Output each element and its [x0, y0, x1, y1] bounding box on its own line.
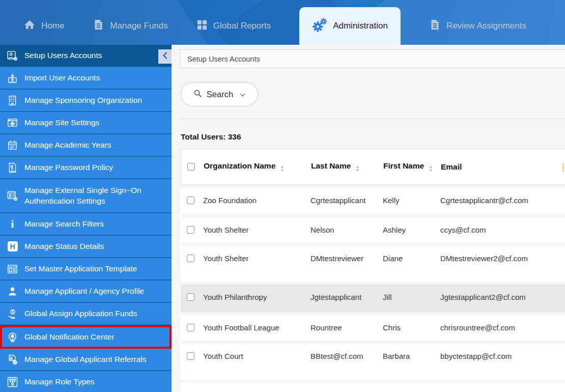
sidebar-item-set-master-application-template[interactable]: Set Master Application Template	[0, 258, 172, 281]
row-checkbox[interactable]	[187, 352, 194, 360]
sidebar-item-manage-password-policy[interactable]: Manage Password Policy	[0, 157, 172, 179]
sidebar-item-label: Manage External Single Sign~On Authentic…	[24, 185, 154, 207]
sidebar-item-label: Manage Applicant / Agency Profile	[24, 286, 144, 297]
sort-icon[interactable]: ▲▼	[280, 165, 284, 172]
sidebar-item-manage-search-filters[interactable]: i Manage Search Filters	[0, 213, 172, 236]
sidebar-item-manage-external-sso[interactable]: Manage External Single Sign~On Authentic…	[0, 179, 172, 213]
row-checkbox[interactable]	[187, 293, 194, 301]
column-header-email[interactable]: Email	[441, 162, 565, 172]
tab-review-assignments[interactable]: Review Assignments	[429, 19, 526, 33]
sidebar-item-setup-users-accounts[interactable]: Setup Users Accounts	[0, 45, 172, 67]
tab-administration[interactable]: Administration	[299, 7, 401, 45]
cell-last-name: Jgtestapplicant	[310, 293, 383, 312]
sidebar-item-label: Setup Users Accounts	[24, 50, 102, 61]
cell-last-name: Nelson	[310, 226, 383, 243]
tab-manage-funds[interactable]: Manage Funds	[93, 19, 167, 33]
users-table-header: Organization Name▲▼ Last Name▲▼ First Na…	[181, 149, 565, 185]
sidebar-item-label: Manage Sponsoring Organization	[24, 95, 142, 106]
sidebar-item-label: Import User Accounts	[24, 73, 100, 83]
grid-icon	[196, 19, 208, 33]
sidebar-item-manage-academic-years[interactable]: Manage Academic Years	[0, 134, 172, 157]
cell-first-name: Barbara	[383, 352, 440, 380]
sidebar-item-manage-applicant-agency-profile[interactable]: Manage Applicant / Agency Profile	[0, 281, 172, 303]
template-icon	[7, 264, 18, 274]
document-key-icon	[7, 162, 18, 173]
coin-hand-icon: $	[7, 309, 18, 319]
status-h-icon: H	[7, 241, 18, 252]
cell-email: Jgtestapplicant2@cf.com	[440, 293, 565, 312]
sidebar-item-label: Set Master Application Template	[24, 264, 137, 274]
referral-doc-icon	[7, 354, 18, 365]
sidebar-item-manage-site-settings[interactable]: Manage Site Settings	[0, 112, 172, 134]
sidebar-item-label: Global Notification Center	[24, 332, 115, 343]
top-nav: Home Manage Funds Global Reports	[0, 0, 565, 45]
import-user-icon	[7, 73, 18, 83]
document-icon	[429, 19, 441, 33]
chevron-down-icon	[240, 90, 245, 99]
sidebar-item-global-notification-center[interactable]: Global Notification Center	[0, 325, 172, 349]
sidebar-item-label: Manage Password Policy	[24, 162, 113, 173]
cell-first-name: Chris	[383, 323, 440, 341]
sidebar-item-label: Global Assign Application Funds	[24, 309, 137, 319]
tab-home[interactable]: Home	[23, 19, 64, 34]
row-checkbox[interactable]	[187, 324, 194, 331]
table-row[interactable]: Youth Shelter Nelson Ashley ccys@cf.com	[181, 217, 565, 243]
user-gear-icon	[7, 50, 18, 61]
cell-last-name: Rountree	[310, 323, 383, 341]
table-row-highlighted[interactable]: Youth Philanthropy Jgtestapplicant Jill …	[181, 285, 565, 312]
cell-email: bbyctestapp@cf.com	[440, 352, 565, 380]
sidebar-item-manage-global-applicant-referrals[interactable]: Manage Global Applicant Referrals	[0, 349, 172, 371]
gears-icon	[312, 17, 327, 35]
tab-label: Home	[41, 21, 64, 31]
column-header-last-name[interactable]: Last Name▲▼	[311, 161, 383, 172]
cell-organization: Youth Football League	[203, 323, 310, 341]
tab-label: Review Assignments	[446, 21, 526, 31]
column-header-first-name[interactable]: First Name▲▼	[383, 161, 441, 172]
calendar-icon	[7, 140, 18, 151]
sort-icon[interactable]: ▲▼	[355, 165, 359, 172]
magnifier-icon	[193, 89, 202, 100]
search-button-label: Search	[207, 90, 233, 99]
sidebar-item-global-assign-application-funds[interactable]: $ Global Assign Application Funds	[0, 303, 172, 325]
row-checkbox[interactable]	[187, 197, 194, 204]
column-header-organization-name[interactable]: Organization Name▲▼	[204, 161, 311, 172]
cell-organization: Zoo Foundation	[203, 196, 310, 214]
sort-icon[interactable]: ▲▼	[429, 165, 433, 172]
home-icon	[23, 19, 36, 34]
breadcrumb: Setup Users Accounts	[180, 49, 565, 68]
search-expander-button[interactable]: Search	[181, 82, 258, 106]
breadcrumb-label: Setup Users Accounts	[187, 55, 260, 63]
tab-label: Global Reports	[213, 21, 271, 31]
svg-text:$: $	[12, 310, 14, 314]
tab-label: Administration	[333, 21, 388, 31]
select-all-checkbox[interactable]	[187, 163, 195, 171]
table-row[interactable]: Youth Court BBtest@cf.com Barbara bbycte…	[181, 344, 565, 380]
total-users-count: Total Users: 336	[181, 132, 241, 142]
sidebar-item-label: Manage Global Applicant Referrals	[24, 354, 147, 365]
admin-sidebar: Setup Users Accounts Import User Account…	[0, 45, 172, 392]
table-row[interactable]: Youth Football League Rountree Chris chr…	[181, 315, 565, 341]
table-row[interactable]: Youth Shelter DMtestreviewer Diane DMtes…	[181, 246, 565, 282]
sidebar-item-import-user-accounts[interactable]: Import User Accounts	[0, 67, 172, 90]
cell-email: Cgrtestapplicantr@cf.com	[440, 196, 565, 214]
users-table: Organization Name▲▼ Last Name▲▼ First Na…	[181, 149, 565, 392]
tab-label: Manage Funds	[110, 21, 167, 31]
main-content: Setup Users Accounts Search Total Users:…	[172, 45, 565, 392]
table-row[interactable]: Zoo Foundation Cgrtestapplicant Kelly Cg…	[181, 188, 565, 214]
sidebar-collapse-button[interactable]	[158, 49, 172, 64]
globe-bell-icon	[7, 332, 18, 343]
cell-first-name: Jill	[383, 293, 440, 312]
row-checkbox[interactable]	[187, 226, 194, 234]
table-row-partial[interactable]	[181, 383, 565, 392]
tab-global-reports[interactable]: Global Reports	[196, 19, 271, 33]
row-checkbox[interactable]	[187, 255, 194, 262]
sidebar-item-manage-status-details[interactable]: H Manage Status Details	[0, 236, 172, 258]
cell-last-name: BBtest@cf.com	[310, 352, 383, 380]
nav-tab-bar: Home Manage Funds Global Reports	[0, 0, 565, 45]
role-hierarchy-icon	[7, 377, 18, 387]
cell-first-name: Ashley	[383, 226, 440, 243]
sidebar-item-manage-role-types[interactable]: Manage Role Types	[0, 371, 172, 392]
sidebar-item-manage-sponsoring-organization[interactable]: Manage Sponsoring Organization	[0, 90, 172, 112]
cell-email: chrisrountree@cf.com	[440, 323, 565, 341]
cell-last-name: DMtestreviewer	[310, 254, 383, 282]
